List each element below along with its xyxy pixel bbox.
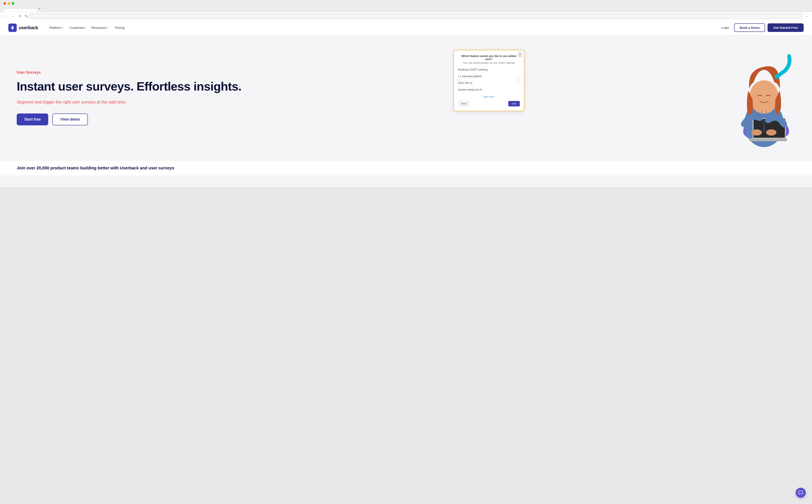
get-started-button[interactable]: Get Started Free bbox=[768, 23, 804, 32]
survey-option-4[interactable]: Session replay sort Al bbox=[458, 87, 520, 92]
address-bar[interactable] bbox=[30, 13, 803, 19]
survey-navigation: Back next bbox=[458, 101, 520, 107]
logo-link[interactable]: userback bbox=[8, 24, 38, 32]
hero-buttons: Start free View demo bbox=[17, 113, 437, 125]
survey-card-title: Which feature would you like to see adde… bbox=[458, 54, 520, 61]
survey-back-button[interactable]: Back bbox=[458, 101, 470, 107]
close-window-button[interactable] bbox=[3, 2, 6, 5]
svg-rect-7 bbox=[749, 138, 787, 141]
logo-text: userback bbox=[19, 25, 38, 30]
browser-toolbar: ← → ↻ 🔍 ⋯ bbox=[0, 12, 812, 20]
tab-bar: + bbox=[0, 6, 812, 12]
chat-widget-button[interactable] bbox=[796, 488, 806, 498]
hero-right: × Which feature would you like to see ad… bbox=[445, 48, 796, 148]
login-button[interactable]: Login bbox=[719, 24, 732, 31]
customers-label: Customers bbox=[69, 26, 85, 29]
survey-options: ‹ Roadmap GANTT charting 1:1 Interview p… bbox=[458, 67, 520, 92]
minimize-window-button[interactable] bbox=[8, 2, 10, 5]
chat-icon bbox=[798, 490, 803, 495]
survey-next-button[interactable]: next bbox=[508, 101, 520, 106]
browser-tab[interactable] bbox=[3, 9, 37, 12]
browser-titlebar bbox=[0, 0, 812, 6]
hero-title: Instant user surveys. Effortless insight… bbox=[17, 80, 437, 93]
maximize-window-button[interactable] bbox=[12, 2, 14, 5]
hero-section: User Surveys Instant user surveys. Effor… bbox=[0, 35, 812, 160]
nav-platform[interactable]: Platform ▾ bbox=[47, 24, 66, 31]
resources-chevron-icon: ▾ bbox=[107, 26, 108, 29]
bottom-bar: Join over 20,000 product teams building … bbox=[0, 160, 812, 175]
refresh-button[interactable]: ↻ bbox=[18, 14, 23, 19]
nav-actions: Login Book a Demo Get Started Free bbox=[719, 23, 804, 32]
survey-prev-arrow[interactable]: ‹ bbox=[455, 77, 461, 83]
svg-point-9 bbox=[766, 129, 777, 136]
traffic-lights bbox=[3, 2, 14, 5]
survey-option-2[interactable]: 1:1 Interview platform bbox=[458, 74, 520, 79]
survey-card: × Which feature would you like to see ad… bbox=[454, 50, 524, 111]
survey-option-3[interactable]: REST API v2 bbox=[458, 81, 520, 85]
logo-icon bbox=[8, 24, 17, 32]
new-tab-button[interactable]: + bbox=[38, 6, 41, 12]
back-button[interactable]: ← bbox=[3, 14, 8, 18]
nav-resources[interactable]: Resources ▾ bbox=[88, 24, 111, 31]
view-demo-button[interactable]: View demo bbox=[52, 113, 88, 125]
page-content: userback Platform ▾ Customers Resources … bbox=[0, 20, 812, 187]
survey-option-1[interactable]: Roadmap GANTT charting bbox=[458, 67, 520, 72]
platform-label: Platform bbox=[49, 26, 61, 29]
navbar: userback Platform ▾ Customers Resources … bbox=[0, 20, 812, 35]
bottom-bar-text: Join over 20,000 product teams building … bbox=[17, 166, 795, 170]
hero-subtitle: Segment and trigger the right user surve… bbox=[17, 99, 437, 105]
survey-next-arrow[interactable]: › bbox=[517, 77, 523, 83]
forward-button[interactable]: → bbox=[10, 14, 16, 18]
svg-point-8 bbox=[751, 129, 762, 136]
hero-tag: User Surveys bbox=[17, 70, 437, 75]
search-icon: 🔍 bbox=[24, 14, 28, 18]
platform-chevron-icon: ▾ bbox=[62, 26, 63, 29]
nav-pricing[interactable]: Pricing bbox=[112, 24, 127, 31]
browser-menu-button[interactable]: ⋯ bbox=[804, 14, 809, 19]
nav-links: Platform ▾ Customers Resources ▾ Pricing bbox=[47, 24, 719, 31]
book-demo-button[interactable]: Book a Demo bbox=[734, 23, 765, 32]
cyan-arrow-decoration bbox=[772, 54, 793, 80]
survey-close-button[interactable]: × bbox=[519, 52, 521, 57]
resources-label: Resources bbox=[91, 26, 106, 29]
pricing-label: Pricing bbox=[115, 26, 125, 29]
survey-add-more-link[interactable]: Add more bbox=[458, 95, 520, 98]
nav-customers[interactable]: Customers bbox=[67, 24, 88, 31]
browser-window: + ← → ↻ 🔍 ⋯ bbox=[0, 0, 812, 20]
survey-card-subtitle: Your vote counts towards our user-centri… bbox=[458, 62, 520, 64]
svg-point-4 bbox=[749, 80, 779, 114]
start-free-button[interactable]: Start free bbox=[17, 113, 48, 125]
hero-left: User Surveys Instant user surveys. Effor… bbox=[17, 70, 445, 125]
